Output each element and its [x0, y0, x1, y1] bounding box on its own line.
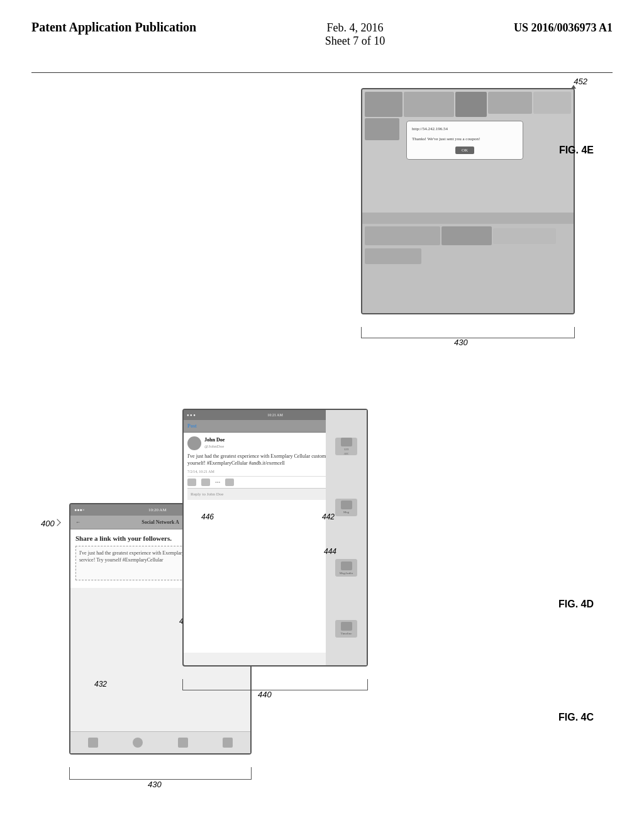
fig4e-bracket — [361, 327, 575, 338]
ref-432: 432 — [94, 680, 107, 689]
fig4d-time: 10:21 AM — [267, 413, 283, 417]
ref-430b: 430 — [454, 338, 468, 347]
fig4c-bottom-bar — [70, 731, 250, 753]
user-avatar — [187, 436, 201, 450]
fig4d-label: FIG. 4D — [558, 599, 594, 610]
fig4d-body: John Doe @JohnDoe I've just had the grea… — [184, 433, 367, 653]
ref-400-arrow — [53, 519, 60, 526]
icon-img-2 — [341, 501, 352, 509]
ref-442: 442 — [322, 512, 335, 521]
bottom-icon-3 — [178, 738, 188, 748]
fig4d-nav-post[interactable]: Post — [187, 423, 197, 429]
dialog-message: Thanks! We've just sent you a coupon! — [412, 136, 518, 143]
right-icon-1: 123 ABC — [335, 438, 357, 455]
fig4e-screen: http://54.242.196.54 Thanks! We've just … — [361, 88, 575, 314]
icon-img-3 — [341, 562, 352, 570]
fig4e-bg: http://54.242.196.54 Thanks! We've just … — [362, 89, 574, 313]
main-content: ●●●× 10:20 AM ▲ ♦ ■ ☰ ← Social Network A… — [38, 82, 606, 805]
publication-title: Patent Application Publication — [31, 19, 196, 35]
ref-430a: 430 — [148, 780, 162, 789]
user-info: John Doe @JohnDoe — [204, 437, 225, 449]
ref-446: 446 — [201, 512, 214, 521]
user-name: John Doe — [204, 437, 225, 443]
fig4e-bottom-area — [362, 224, 574, 313]
right-icon-3: MsgAudio — [335, 559, 357, 577]
action-reply[interactable] — [187, 479, 196, 486]
fig4c-bracket — [69, 767, 252, 780]
ref-440: 440 — [258, 690, 272, 699]
icon-img-4 — [341, 622, 352, 631]
status-time: 10:20 AM — [148, 507, 167, 512]
right-icon-2: Msg — [335, 499, 357, 516]
fig4d-bracket — [182, 679, 368, 690]
nav-back: ← — [75, 519, 80, 525]
bottom-icon-2 — [133, 738, 143, 748]
fig4e-label: FIG. 4E — [559, 145, 594, 156]
dialog-ok-button[interactable]: OK — [455, 147, 474, 154]
ref-444: 444 — [324, 547, 336, 556]
header-divider — [31, 72, 613, 73]
fig4d-container: ● ● ● 10:21 AM ■ ■ ● Post 🔍 ✎ John Doe — [170, 409, 377, 679]
bottom-icon-4 — [223, 738, 233, 748]
bottom-tiles — [362, 224, 574, 267]
bottom-icon-1 — [88, 738, 98, 748]
publication-date: Feb. 4, 2016 Sheet 7 of 10 — [325, 19, 385, 48]
page-header: Patent Application Publication Feb. 4, 2… — [0, 0, 644, 48]
action-retweet[interactable] — [201, 479, 210, 486]
fig4d-screen: ● ● ● 10:21 AM ■ ■ ● Post 🔍 ✎ John Doe — [182, 409, 368, 667]
alert-dialog: http://54.242.196.54 Thanks! We've just … — [406, 121, 523, 160]
user-handle: @JohnDoe — [204, 444, 225, 450]
dialog-url: http://54.242.196.54 — [412, 126, 518, 133]
right-icon-4: Timeline — [335, 620, 357, 638]
action-dots: ••• — [215, 480, 220, 485]
fig4c-label: FIG. 4C — [558, 712, 594, 723]
fig4e-container: http://54.242.196.54 Thanks! We've just … — [361, 88, 594, 327]
status-left: ●●●× — [74, 507, 85, 512]
right-panel: 123 ABC Msg MsgAudio Timeline — [326, 410, 367, 665]
icon-img-1 — [341, 438, 352, 446]
patent-number: US 2016/0036973 A1 — [514, 19, 613, 35]
action-heart[interactable] — [225, 479, 234, 486]
ref-452-arrow — [571, 85, 576, 89]
fig4d-signal: ● ● ● — [187, 413, 196, 417]
ref-400: 400 — [41, 519, 55, 528]
